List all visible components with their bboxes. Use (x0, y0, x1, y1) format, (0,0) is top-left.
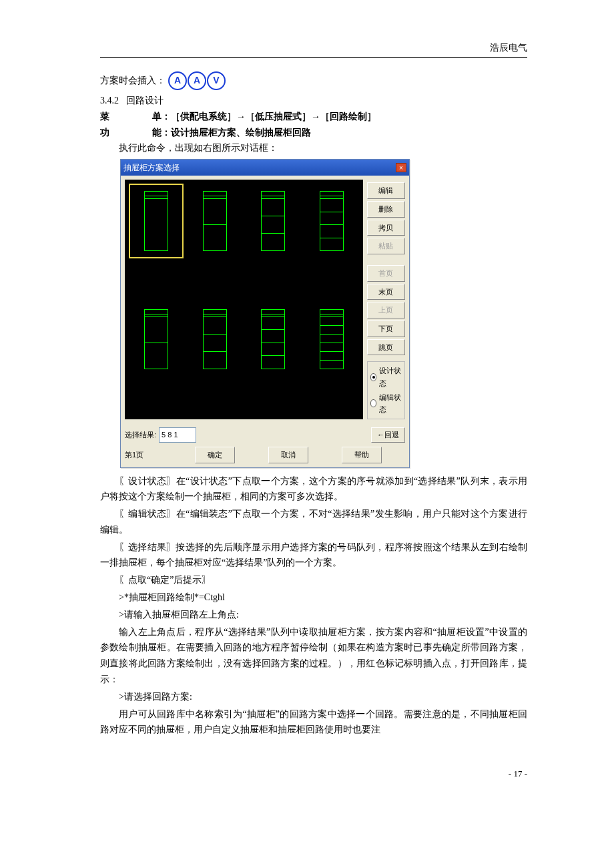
scheme-gallery (125, 180, 363, 419)
design-state-radio[interactable]: 设计状态 (370, 365, 402, 389)
scheme-thumbnail[interactable] (129, 184, 184, 258)
copy-button[interactable]: 拷贝 (367, 220, 405, 236)
section-title: 回路设计 (126, 95, 164, 105)
ok-button[interactable]: 确定 (195, 447, 235, 463)
first-page-button[interactable]: 首页 (367, 265, 405, 282)
scheme-thumbnail[interactable] (188, 302, 242, 377)
menu-label: 菜 (100, 109, 152, 125)
jump-page-button[interactable]: 跳页 (367, 339, 405, 356)
dialog-title: 抽屉柜方案选择 (123, 161, 180, 174)
paragraph: 用户可从回路库中名称索引为“抽屉柜”的回路方案中选择一个回路。需要注意的是，不同… (100, 706, 527, 738)
page-number: - 17 - (509, 767, 527, 781)
select-result-label: 选择结果: (125, 429, 156, 441)
edit-state-label: 编辑状态 (379, 391, 402, 416)
help-button[interactable]: 帮助 (342, 447, 382, 463)
scheme-dialog: 抽屉柜方案选择 × 编辑 删除 拷贝 粘贴 (120, 159, 410, 467)
body-text: 〖设计状态〗在“设计状态”下点取一个方案，这个方案的序号就添加到“选择结果”队列… (100, 473, 527, 738)
circled-icon-group: A A V (168, 71, 226, 90)
paragraph: 〖编辑状态〗在“编辑装态”下点取一个方案，不对“选择结果”发生影响，用户只能对这… (100, 506, 527, 538)
last-page-button[interactable]: 末页 (367, 284, 405, 300)
scheme-thumbnail[interactable] (188, 184, 242, 258)
code-line: >*抽屉柜回路绘制*=Ctghl (100, 590, 527, 606)
design-state-label: 设计状态 (379, 365, 402, 389)
paste-button[interactable]: 粘贴 (367, 238, 405, 254)
paragraph: 〖选择结果〗按选择的先后顺序显示用户选择方案的号码队列，程序将按照这个结果从左到… (100, 539, 527, 572)
paragraph: 输入左上角点后，程序从“选择结果”队列中读取抽屉柜方案，按方案内容和“抽屉柜设置… (100, 624, 527, 688)
page-indicator: 第1页 (125, 449, 172, 461)
edit-button[interactable]: 编辑 (367, 182, 405, 199)
state-radio-group: 设计状态 编辑状态 (367, 361, 405, 419)
scheme-thumbnail[interactable] (304, 302, 359, 377)
header-divider (100, 57, 527, 58)
circled-a-icon: A (168, 71, 187, 90)
close-icon[interactable]: × (396, 163, 406, 172)
scheme-thumbnail[interactable] (129, 302, 184, 377)
circled-v-icon: V (207, 71, 226, 90)
scheme-thumbnail[interactable] (246, 184, 300, 258)
dialog-side-buttons: 编辑 删除 拷贝 粘贴 首页 末页 上页 下页 跳页 设计状态 编辑状态 (367, 180, 405, 419)
edit-state-radio[interactable]: 编辑状态 (370, 391, 402, 416)
prev-page-button[interactable]: 上页 (367, 302, 405, 318)
delete-button[interactable]: 删除 (367, 201, 405, 218)
menu-path: 单：［供配电系统］→［低压抽屉式］→［回路绘制］ (152, 112, 376, 122)
cancel-button[interactable]: 取消 (268, 447, 308, 463)
header-brand: 浩辰电气 (490, 40, 527, 56)
intro-prefix: 方案时会插入： (100, 73, 166, 89)
paragraph: 〖点取“确定”后提示〗 (100, 572, 527, 588)
scheme-thumbnail[interactable] (246, 302, 300, 377)
code-line: >请输入抽屉柜回路左上角点: (100, 607, 527, 623)
dialog-titlebar: 抽屉柜方案选择 × (121, 160, 409, 176)
scheme-thumbnail[interactable] (304, 184, 359, 258)
back-button[interactable]: ←回退 (371, 427, 405, 443)
function-desc: 能：设计抽屉柜方案、绘制抽屉柜回路 (152, 128, 311, 138)
select-result-input[interactable]: 5 8 1 (159, 427, 196, 443)
code-line: >请选择回路方案: (100, 689, 527, 705)
exec-line: 执行此命令，出现如右图所示对话框： (100, 140, 527, 156)
section-number: 3.4.2 (100, 95, 119, 105)
next-page-button[interactable]: 下页 (367, 320, 405, 337)
circled-a-icon: A (188, 71, 206, 90)
paragraph: 〖设计状态〗在“设计状态”下点取一个方案，这个方案的序号就添加到“选择结果”队列… (100, 473, 527, 505)
function-label: 功 (100, 125, 152, 141)
